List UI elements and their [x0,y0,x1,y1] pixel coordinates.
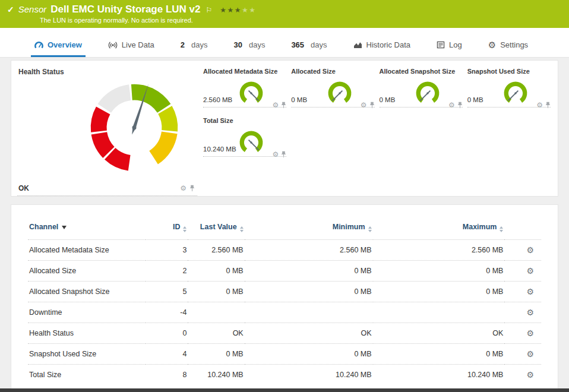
tab-365-days[interactable]: 365days [287,35,330,57]
cell-channel: Allocated Snapshot Size [28,282,146,302]
gear-icon[interactable]: ⚙ [272,151,279,158]
channel-row-snapshot-used-size[interactable]: Snapshot Used Size40 MB0 MB0 MB⚙ [28,344,541,365]
channel-settings-icon[interactable]: ⚙ [526,245,534,255]
channel-settings-icon[interactable]: ⚙ [526,370,534,380]
channel-row-allocated-size[interactable]: Allocated Size20 MB0 MB0 MB⚙ [28,261,541,282]
cell-last-value [188,302,244,323]
pin-icon[interactable] [281,102,286,109]
channel-settings-icon[interactable]: ⚙ [526,308,534,317]
mini-gauge-title: Snapshot Used Size [467,68,551,75]
cell-actions: ⚙ [504,323,541,344]
tab-overview[interactable]: Overview [31,35,86,57]
mini-gauge-actions: ⚙ [272,151,286,158]
tab-label-number: 30 [233,40,242,49]
status-ok-check-icon: ✓ [7,5,14,14]
channel-row-allocated-snapshot-size[interactable]: Allocated Snapshot Size50 MB0 MB0 MB⚙ [28,282,541,302]
tab-historic-data[interactable]: Historic Data [350,35,414,57]
gear-icon[interactable]: ⚙ [536,102,543,109]
column-header-last-value[interactable]: Last Value [188,219,244,240]
gear-icon[interactable]: ⚙ [448,102,455,109]
column-header-id[interactable]: ID [146,219,188,240]
mini-gauge-value: 0 MB [291,96,307,106]
mini-gauge-value: 0 MB [467,96,483,106]
channel-row-total-size[interactable]: Total Size810.240 MB10.240 MB10.240 MB⚙ [28,365,541,385]
tab-label: days [311,40,327,49]
channel-settings-icon[interactable]: ⚙ [526,349,534,359]
mini-gauge-body: 0 MB⚙ [467,75,551,108]
mini-gauge-body: 2.560 MB⚙ [203,75,286,108]
channel-row-health-status[interactable]: Health Status0OKOKOK⚙ [28,323,541,344]
gauge-icon [34,41,43,49]
cell-channel: Health Status [28,323,146,344]
priority-stars[interactable]: ★★★★★ [220,6,256,14]
cell-minimum: 0 MB [245,261,373,282]
channel-table-header: ChannelIDLast ValueMinimumMaximum [28,219,541,240]
mini-gauge-value: 2.560 MB [203,96,232,106]
mini-gauge-body: 10.240 MB⚙ [203,125,286,157]
cell-actions: ⚙ [504,282,541,302]
tab-label: days [191,40,207,49]
tab-label: days [249,40,265,49]
tab-2-days[interactable]: 2days [177,35,211,57]
tab-30-days[interactable]: 30days [230,35,268,57]
star-icon[interactable]: ★ [242,6,249,14]
cell-channel: Downtime [28,302,146,323]
sort-icon [368,226,372,232]
mini-gauge-actions: ⚙ [448,102,463,109]
column-header-label: Minimum [333,223,365,231]
flag-icon[interactable]: ⚐ [206,6,212,14]
tab-live-data[interactable]: Live Data [105,35,158,57]
tab-log[interactable]: Log [433,35,466,57]
pin-icon[interactable] [369,102,375,109]
channel-table-body: Allocated Metadata Size32.560 MB2.560 MB… [28,240,541,385]
channel-row-downtime[interactable]: Downtime-4⚙ [28,302,541,323]
health-status-gauge [84,77,185,178]
cell-minimum: 10.240 MB [245,365,373,385]
log-icon [437,41,445,49]
column-header-channel[interactable]: Channel [28,219,146,240]
cell-maximum: 0 MB [373,261,505,282]
star-icon[interactable]: ★ [227,6,235,14]
sensor-title-row: ✓ Sensor Dell EMC Unity Storage LUN v2 ⚐… [7,4,562,15]
cell-id: 5 [146,282,188,302]
cell-id: 2 [146,261,188,282]
gear-icon[interactable]: ⚙ [361,102,367,109]
mini-gauge-actions: ⚙ [536,102,551,109]
cell-last-value: 0 MB [188,261,244,282]
cell-actions: ⚙ [504,365,541,385]
channel-settings-icon[interactable]: ⚙ [526,266,534,276]
tab-label-number: 2 [181,40,185,49]
sort-icon [500,226,503,232]
tab-label-number: 365 [291,40,304,49]
cell-id: 8 [146,365,188,385]
pin-icon[interactable] [281,151,286,158]
pin-icon[interactable] [189,185,195,192]
cell-minimum: 0 MB [245,282,373,302]
channel-settings-icon[interactable]: ⚙ [526,287,534,296]
cell-maximum: 0 MB [373,344,505,365]
pin-icon[interactable] [545,102,551,109]
pin-icon[interactable] [457,102,463,109]
mini-gauge-snapshot-used-size: Snapshot Used Size0 MB⚙ [467,68,551,108]
star-icon[interactable]: ★ [249,6,256,14]
tab-settings[interactable]: ⚙Settings [485,35,532,57]
column-header-label: Last Value [200,223,237,231]
column-header-minimum[interactable]: Minimum [245,219,373,240]
mini-gauge-value: 10.240 MB [203,146,236,156]
gear-icon[interactable]: ⚙ [180,185,186,192]
channel-settings-icon[interactable]: ⚙ [526,328,534,338]
cell-maximum: OK [373,323,505,344]
mini-gauge-dial [238,80,265,106]
star-icon[interactable]: ★ [220,6,227,14]
tab-bar: OverviewLive Data2days30days365daysHisto… [0,28,569,58]
mini-gauge-title: Allocated Size [291,68,374,75]
star-icon[interactable]: ★ [235,6,242,14]
cell-maximum: 0 MB [373,282,505,302]
mini-gauge-allocated-snapshot-size: Allocated Snapshot Size0 MB⚙ [380,68,463,108]
sort-desc-icon [62,226,67,229]
cell-channel: Total Size [28,365,146,385]
column-header-maximum[interactable]: Maximum [373,219,505,240]
channel-row-allocated-metadata-size[interactable]: Allocated Metadata Size32.560 MB2.560 MB… [28,240,541,261]
mini-gauge-title: Allocated Metadata Size [203,68,286,75]
gear-icon[interactable]: ⚙ [272,102,279,109]
